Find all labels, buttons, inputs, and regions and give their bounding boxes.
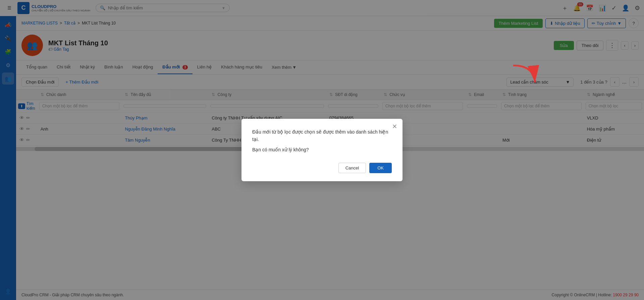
modal-line1: Đầu mới từ bộ lọc được chọn sẽ được thêm… bbox=[252, 128, 392, 143]
modal-body: Đầu mới từ bộ lọc được chọn sẽ được thêm… bbox=[252, 128, 392, 153]
modal-footer: Cancel OK bbox=[252, 163, 392, 173]
modal-line2: Bạn có muốn xử lý không? bbox=[252, 146, 392, 153]
modal-ok-button[interactable]: OK bbox=[369, 163, 392, 173]
modal-overlay[interactable]: ✕ Đầu mới từ bộ lọc được chọn sẽ được th… bbox=[0, 0, 644, 300]
modal-close-button[interactable]: ✕ bbox=[392, 123, 397, 130]
confirmation-modal: ✕ Đầu mới từ bộ lọc được chọn sẽ được th… bbox=[241, 119, 402, 181]
modal-cancel-button[interactable]: Cancel bbox=[338, 163, 366, 173]
arrow-indicator bbox=[510, 62, 540, 93]
